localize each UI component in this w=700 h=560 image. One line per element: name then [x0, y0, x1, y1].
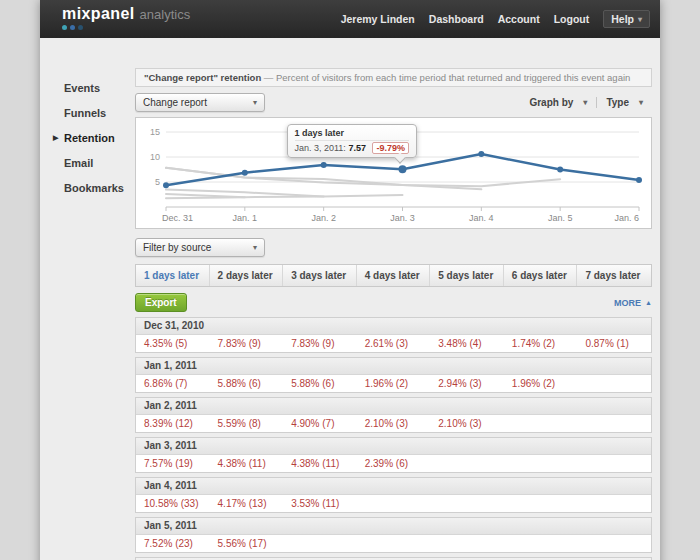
retention-cell[interactable]: 6.86% (7) — [136, 375, 210, 392]
export-row: Export MORE ▲ — [135, 293, 652, 312]
nav-label: Logout — [554, 13, 590, 25]
retention-cell[interactable]: 7.57% (19) — [136, 455, 210, 472]
sidebar-item-retention[interactable]: ▶Retention — [64, 132, 135, 144]
retention-cell-empty — [357, 495, 431, 512]
retention-cell[interactable]: 4.38% (11) — [210, 455, 284, 472]
graph-by-select[interactable]: Graph by ▾ — [520, 97, 596, 108]
retention-cell[interactable]: 5.88% (6) — [283, 375, 357, 392]
table-row-group-jan-3-2011: Jan 3, 20117.57% (19)4.38% (11)4.38% (11… — [135, 437, 652, 473]
retention-cell[interactable]: 7.83% (9) — [283, 335, 357, 352]
logo-suffix: analytics — [140, 7, 191, 22]
retention-cell[interactable]: 3.53% (11) — [283, 495, 357, 512]
sidebar-item-label: Retention — [64, 132, 115, 144]
nav-label: Jeremy Linden — [341, 13, 415, 25]
sidebar-item-email[interactable]: Email — [64, 157, 135, 169]
sidebar-item-events[interactable]: Events — [64, 82, 135, 94]
retention-cell[interactable]: 4.35% (5) — [136, 335, 210, 352]
retention-cell[interactable]: 2.10% (3) — [357, 415, 431, 432]
type-label: Type — [606, 97, 629, 108]
retention-cell[interactable]: 7.83% (9) — [210, 335, 284, 352]
retention-cell[interactable]: 4.17% (13) — [210, 495, 284, 512]
sidebar-list: EventsFunnels▶RetentionEmailBookmarks — [64, 82, 135, 194]
data-point-marker[interactable] — [399, 165, 407, 173]
retention-table-body: Dec 31, 20104.35% (5)7.83% (9)7.83% (9)2… — [135, 317, 652, 560]
retention-cell-empty — [504, 495, 578, 512]
column-header-6-days-later[interactable]: 6 days later — [504, 265, 578, 286]
retention-cell[interactable]: 1.96% (2) — [504, 375, 578, 392]
data-point-marker[interactable] — [321, 162, 327, 168]
retention-cell[interactable]: 1.74% (2) — [504, 335, 578, 352]
retention-cell[interactable]: 0.87% (1) — [577, 335, 651, 352]
series-line-6-days-later — [166, 197, 245, 198]
nav-logout[interactable]: Logout — [554, 13, 590, 25]
retention-cell-empty — [504, 455, 578, 472]
retention-cell[interactable]: 5.88% (6) — [210, 375, 284, 392]
type-select[interactable]: Type ▾ — [596, 97, 652, 108]
retention-cell[interactable]: 2.39% (6) — [357, 455, 431, 472]
more-toggle[interactable]: MORE ▲ — [614, 298, 652, 308]
data-point-marker[interactable] — [478, 151, 484, 157]
data-point-marker[interactable] — [242, 170, 248, 176]
sidebar-item-label: Events — [64, 82, 100, 94]
retention-cell[interactable]: 2.61% (3) — [357, 335, 431, 352]
retention-cell[interactable]: 4.90% (7) — [283, 415, 357, 432]
sidebar: EventsFunnels▶RetentionEmailBookmarks — [40, 38, 135, 560]
retention-table-header: 1 days later2 days later3 days later4 da… — [135, 264, 652, 287]
tooltip-date: Jan. 3, 2011: — [295, 143, 346, 153]
filter-by-source-select[interactable]: Filter by source ▾ — [135, 238, 265, 257]
graph-by-label: Graph by — [529, 97, 573, 108]
table-row: 7.57% (19)4.38% (11)4.38% (11)2.39% (6) — [136, 455, 651, 472]
nav-account[interactable]: Account — [498, 13, 540, 25]
column-header-2-days-later[interactable]: 2 days later — [210, 265, 284, 286]
nav-dashboard[interactable]: Dashboard — [429, 13, 484, 25]
sidebar-item-bookmarks[interactable]: Bookmarks — [64, 182, 135, 194]
column-header-5-days-later[interactable]: 5 days later — [430, 265, 504, 286]
sidebar-item-funnels[interactable]: Funnels — [64, 107, 135, 119]
mixpanel-logo[interactable]: mixpanel — [62, 5, 135, 23]
data-point-marker[interactable] — [163, 182, 169, 188]
retention-cell[interactable]: 5.56% (17) — [210, 535, 284, 552]
nav-label: Account — [498, 13, 540, 25]
table-row: 6.86% (7)5.88% (6)5.88% (6)1.96% (2)2.94… — [136, 375, 651, 392]
data-point-marker[interactable] — [557, 166, 563, 172]
caret-down-icon: ▾ — [253, 243, 257, 252]
table-row-group-jan-4-2011: Jan 4, 201110.58% (33)4.17% (13)3.53% (1… — [135, 477, 652, 513]
data-point-marker[interactable] — [636, 177, 642, 183]
table-row: 8.39% (12)5.59% (8)4.90% (7)2.10% (3)2.1… — [136, 415, 651, 432]
x-tick-label: Jan. 2 — [311, 213, 336, 223]
x-tick-label: Jan. 5 — [548, 213, 573, 223]
table-row-group-jan-2-2011: Jan 2, 20118.39% (12)5.59% (8)4.90% (7)2… — [135, 397, 652, 433]
logo-dots-icon — [62, 25, 190, 30]
retention-cell-empty — [504, 535, 578, 552]
retention-cell[interactable]: 2.94% (3) — [430, 375, 504, 392]
retention-cell[interactable]: 4.38% (11) — [283, 455, 357, 472]
retention-cell[interactable]: 5.59% (8) — [210, 415, 284, 432]
row-date-header: Jan 5, 2011 — [136, 518, 651, 535]
logo-dot-icon — [62, 25, 67, 30]
retention-cell-empty — [577, 375, 651, 392]
retention-cell[interactable]: 3.48% (4) — [430, 335, 504, 352]
nav-help[interactable]: Help▾ — [603, 10, 650, 28]
report-title-bar: "Change report" retention — Percent of v… — [135, 68, 652, 87]
x-tick-label: Jan. 6 — [614, 213, 639, 223]
chart-panel: 51015Dec. 31Jan. 1Jan. 2Jan. 3Jan. 4Jan.… — [135, 117, 652, 229]
retention-cell[interactable]: 10.58% (33) — [136, 495, 210, 512]
retention-cell[interactable]: 8.39% (12) — [136, 415, 210, 432]
column-header-7-days-later[interactable]: 7 days later — [577, 265, 651, 286]
retention-cell[interactable]: 2.10% (3) — [430, 415, 504, 432]
column-header-3-days-later[interactable]: 3 days later — [283, 265, 357, 286]
report-select[interactable]: Change report ▾ — [135, 93, 265, 112]
more-label: MORE — [614, 298, 641, 308]
sidebar-item-label: Funnels — [64, 107, 106, 119]
row-date-header: Jan 4, 2011 — [136, 478, 651, 495]
nav-jeremy-linden[interactable]: Jeremy Linden — [341, 13, 415, 25]
tooltip-series-label: 1 days later — [295, 128, 409, 141]
app-container: mixpanel analytics Jeremy LindenDashboar… — [40, 0, 660, 560]
y-tick-label: 10 — [150, 152, 160, 162]
export-button[interactable]: Export — [135, 293, 187, 312]
retention-cell[interactable]: 7.52% (23) — [136, 535, 210, 552]
column-header-1-days-later[interactable]: 1 days later — [136, 265, 210, 286]
column-header-4-days-later[interactable]: 4 days later — [357, 265, 431, 286]
retention-cell-empty — [283, 535, 357, 552]
retention-cell[interactable]: 1.96% (2) — [357, 375, 431, 392]
